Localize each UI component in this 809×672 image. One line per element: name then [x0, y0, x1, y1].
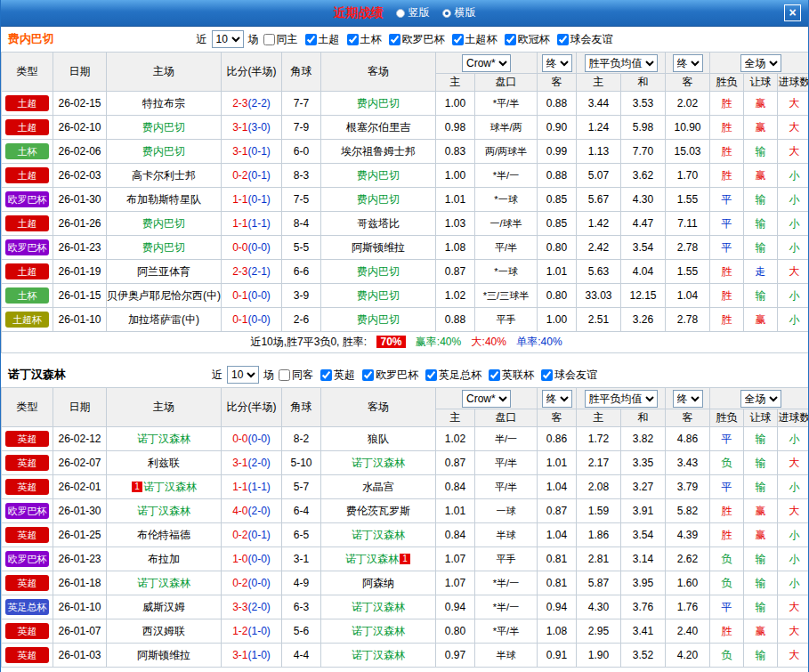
- match-date: 26-01-26: [53, 212, 107, 236]
- home-team: 费内巴切: [142, 145, 185, 158]
- match-row: 英足总杯 26-01-10 威斯汉姆 3-3(2-0) 6-3 诺丁汉森林 0.…: [2, 595, 809, 619]
- odds-company-select[interactable]: Crow*: [462, 54, 511, 72]
- section-divider: [1, 353, 808, 362]
- league-filter-checkbox[interactable]: [320, 369, 332, 381]
- full-score: 0-1: [232, 289, 247, 302]
- col-home: 主场: [107, 53, 222, 92]
- col-away: 客场: [321, 53, 436, 92]
- full-score: 1-2: [232, 625, 247, 637]
- league-filter[interactable]: 欧罗巴杯: [362, 368, 418, 383]
- league-badge: 土杯: [5, 143, 49, 159]
- league-filter-checkbox[interactable]: [425, 369, 437, 381]
- result-handicap: 赢: [744, 619, 778, 644]
- final-avg-select[interactable]: 终: [673, 390, 703, 408]
- corner-count: 6-4: [282, 499, 321, 523]
- corner-count: 8-3: [282, 164, 321, 188]
- league-filter-checkbox[interactable]: [505, 34, 516, 45]
- league-filter-checkbox[interactable]: [305, 34, 317, 45]
- result-handicap: 输: [744, 644, 778, 668]
- col-euro-away: 客: [666, 409, 710, 427]
- col-corner: 角球: [282, 53, 321, 92]
- euro-home-odds: 33.03: [577, 284, 621, 308]
- final-odds-select[interactable]: 终: [542, 390, 572, 408]
- full-score: 0-2: [232, 577, 247, 589]
- half-score: (1-0): [248, 649, 271, 661]
- match-count-select[interactable]: 10: [227, 366, 259, 384]
- home-team: 高卡尔利士邦: [132, 169, 196, 182]
- match-count-select[interactable]: 10: [212, 30, 244, 48]
- match-row: 欧罗巴杯 26-01-30 布加勒斯特星队 1-1(0-1) 7-5 费内巴切 …: [2, 188, 809, 212]
- wdl-average-select[interactable]: 胜平负均值: [585, 54, 658, 72]
- league-filter-checkbox[interactable]: [362, 369, 374, 381]
- league-filter-checkbox[interactable]: [263, 34, 275, 45]
- league-filter[interactable]: 英联杯: [489, 368, 534, 383]
- scope-select[interactable]: 全场: [740, 390, 781, 408]
- euro-draw-odds: 3.14: [621, 547, 666, 571]
- col-date: 日期: [53, 53, 107, 92]
- corner-count: 8-2: [282, 427, 321, 451]
- match-row: 土超 26-01-19 阿兰亚体育 2-3(2-1) 6-6 费内巴切 0.87…: [2, 260, 809, 284]
- odds-company-select[interactable]: Crow*: [462, 390, 511, 408]
- away-team: 狼队: [368, 433, 389, 445]
- asian-home-odds: 0.98: [436, 116, 475, 140]
- scope-select[interactable]: 全场: [740, 54, 781, 72]
- league-filter[interactable]: 球会友谊: [557, 32, 613, 47]
- league-filter[interactable]: 欧罗巴杯: [389, 32, 445, 47]
- league-filter[interactable]: 欧冠杯: [505, 32, 550, 47]
- half-score: (0-1): [248, 529, 271, 541]
- league-filter[interactable]: 土杯: [347, 32, 382, 47]
- league-filter-label: 欧冠杯: [518, 32, 550, 47]
- league-filter-checkbox[interactable]: [557, 34, 569, 45]
- score-cell: 0-1(0-0): [222, 284, 282, 308]
- result-wdl: 负: [710, 571, 744, 595]
- asian-handicap: 半球: [475, 523, 538, 547]
- full-score: 0-2: [232, 529, 247, 541]
- league-filter-label: 英超: [334, 368, 355, 383]
- results-tbody-2: 英超 26-02-12 诺丁汉森林 0-0(0-0) 8-2 狼队 1.02 半…: [2, 427, 809, 668]
- league-filter[interactable]: 英足总杯: [425, 368, 481, 383]
- away-team: 费内巴切: [357, 97, 400, 109]
- full-score: 0-0: [232, 433, 247, 445]
- asian-home-odds: 1.01: [436, 499, 475, 523]
- league-filter[interactable]: 土超杯: [452, 32, 498, 47]
- match-row: 土杯 26-01-15 贝伊奥卢耶尼恰尔西(中) 0-1(0-0) 3-9 费内…: [2, 284, 809, 308]
- layout-option-horizontal[interactable]: 横版: [442, 5, 476, 20]
- league-filter-label: 同主: [277, 32, 298, 47]
- result-wdl: 平: [710, 595, 744, 619]
- asian-handicap: 平手: [475, 547, 538, 571]
- wdl-average-select[interactable]: 胜平负均值: [585, 390, 658, 408]
- result-wdl: 胜: [710, 116, 744, 140]
- league-filter-checkbox[interactable]: [452, 34, 464, 45]
- league-filter[interactable]: 土超: [305, 32, 340, 47]
- match-row: 欧罗巴杯 26-01-23 布拉加 1-0(0-0) 3-1 诺丁汉森林1 1.…: [2, 547, 809, 571]
- asian-away-odds: 1.08: [538, 619, 577, 644]
- league-filter-checkbox[interactable]: [389, 34, 400, 45]
- match-date: 26-01-07: [53, 619, 107, 644]
- euro-away-odds: 1.55: [666, 188, 710, 212]
- score-cell: 1-1(0-1): [222, 188, 282, 212]
- league-filter[interactable]: 同客: [279, 368, 313, 383]
- league-filter-checkbox[interactable]: [279, 369, 290, 381]
- final-avg-select[interactable]: 终: [673, 54, 703, 72]
- league-filter-checkbox[interactable]: [541, 369, 553, 381]
- result-wdl: 胜: [710, 140, 744, 164]
- league-badge: 土超: [5, 167, 49, 183]
- league-filter-checkbox[interactable]: [489, 369, 500, 381]
- score-cell: 3-1(1-0): [222, 644, 282, 668]
- league-filter-checkbox[interactable]: [347, 34, 359, 45]
- league-badge: 土超: [5, 119, 49, 135]
- league-filter[interactable]: 同主: [263, 32, 298, 47]
- layout-option-vertical[interactable]: 竖版: [396, 5, 430, 20]
- corner-count: 5-10: [282, 451, 321, 475]
- league-filter[interactable]: 球会友谊: [541, 368, 597, 383]
- score-cell: 3-3(2-0): [222, 595, 282, 619]
- result-handicap: 输: [744, 451, 778, 475]
- final-odds-select[interactable]: 终: [542, 54, 572, 72]
- score-cell: 3-1(2-0): [222, 451, 282, 475]
- away-team: 费内巴切: [357, 289, 400, 302]
- close-icon[interactable]: ×: [784, 4, 801, 21]
- asian-away-odds: 0.85: [538, 212, 577, 236]
- league-filter[interactable]: 英超: [320, 368, 355, 383]
- corner-count: 6-5: [282, 523, 321, 547]
- match-date: 26-01-30: [53, 499, 107, 523]
